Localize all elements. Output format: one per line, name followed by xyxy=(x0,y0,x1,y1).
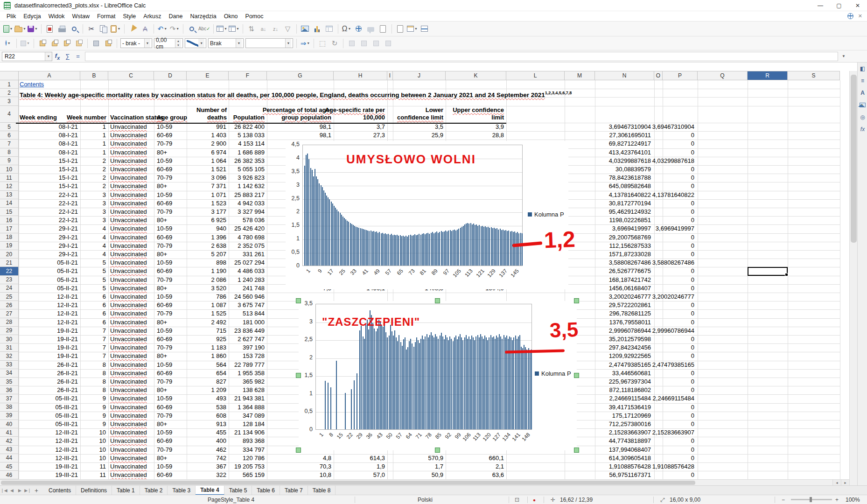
undo-button[interactable]: ↶▼ xyxy=(157,23,168,35)
edit-points-button[interactable]: ↻ xyxy=(329,38,340,49)
cell[interactable]: 397 190 xyxy=(97,343,265,352)
exit-group-button[interactable] xyxy=(383,38,394,49)
copy-button[interactable] xyxy=(98,23,109,35)
cell[interactable]: 5 055 105 xyxy=(97,165,265,174)
menu-edycja[interactable]: Edycja xyxy=(20,12,45,21)
cell[interactable]: 365 982 xyxy=(97,378,265,386)
insert-chart-button[interactable] xyxy=(312,23,323,35)
selection-handle[interactable] xyxy=(296,448,301,453)
print-button[interactable] xyxy=(56,23,68,35)
cell[interactable]: 331 261 xyxy=(97,250,265,259)
sum-button[interactable]: ∑ xyxy=(63,53,73,60)
selection-handle[interactable] xyxy=(435,448,440,453)
area-style-select[interactable]: Brak▼ xyxy=(208,38,244,48)
export-pdf-button[interactable] xyxy=(44,23,56,35)
bring-to-front-button[interactable] xyxy=(37,38,48,49)
freeze-panes-button[interactable]: ▼ xyxy=(407,23,418,35)
functions-icon[interactable]: fx xyxy=(858,123,867,135)
cell[interactable]: 3 675 747 xyxy=(97,301,265,309)
sheet-tab-table-2[interactable]: Table 2 xyxy=(140,486,168,495)
cell[interactable]: 0 xyxy=(526,131,694,140)
split-window-button[interactable] xyxy=(419,23,430,35)
cell[interactable]: 3,9 xyxy=(336,123,504,131)
pivot-table-button[interactable] xyxy=(324,23,335,35)
cell[interactable]: 3 327 994 xyxy=(97,208,265,216)
cell[interactable]: 181 000 xyxy=(97,318,265,327)
cell[interactable]: 4 486 033 xyxy=(97,267,265,275)
cell[interactable]: 1,91088576428 xyxy=(526,462,694,471)
function-wizard-button[interactable]: fx xyxy=(52,52,63,61)
vertical-scrollbar-thumb[interactable] xyxy=(851,75,857,243)
save-button[interactable]: ▼ xyxy=(27,23,38,35)
cell[interactable]: 2 627 747 xyxy=(97,335,265,343)
column-header-N[interactable]: N xyxy=(595,71,654,80)
transform-button[interactable]: ⬚ xyxy=(317,38,328,49)
insert-comment-button[interactable] xyxy=(365,23,377,35)
maximize-button[interactable]: ▢ xyxy=(830,0,848,11)
cell[interactable]: 0 xyxy=(526,454,694,462)
horizontal-scrollbar[interactable]: ◂ ▸ xyxy=(0,479,849,485)
cell[interactable]: 660,1 xyxy=(336,454,504,462)
selection-handle[interactable] xyxy=(574,448,579,453)
cell[interactable]: 4 780 698 xyxy=(97,233,265,242)
contents-link[interactable]: Contents xyxy=(20,80,44,89)
cell[interactable]: 3 926 823 xyxy=(97,174,265,182)
new-document-button[interactable]: ▼ xyxy=(2,23,14,35)
document-modified-icon[interactable]: ● xyxy=(533,495,536,504)
cell[interactable]: 347 089 xyxy=(97,412,265,420)
page-style-field[interactable]: PageStyle_Table 4 xyxy=(208,495,254,504)
cell[interactable]: 513 844 xyxy=(97,309,265,318)
close-button[interactable]: ✕ xyxy=(848,0,867,11)
cell[interactable]: 1 686 889 xyxy=(97,148,265,157)
cell[interactable]: 893 368 xyxy=(97,437,265,445)
group-button[interactable] xyxy=(346,38,357,49)
minimize-button[interactable]: — xyxy=(811,0,830,11)
cell[interactable]: 1 240 283 xyxy=(97,276,265,284)
sheet-tab-table-3[interactable]: Table 3 xyxy=(168,486,196,495)
zoom-slider[interactable] xyxy=(791,499,832,500)
forward-one-button[interactable] xyxy=(49,38,60,49)
special-character-button[interactable]: Ω▼ xyxy=(341,23,352,35)
cell[interactable]: 1 142 632 xyxy=(97,182,265,190)
row-header-2[interactable]: 2 xyxy=(0,89,19,97)
close-document-icon[interactable]: ✕ xyxy=(858,13,862,19)
navigator-icon[interactable]: ◎ xyxy=(858,111,867,123)
to-foreground-button[interactable] xyxy=(91,38,102,49)
cell[interactable]: 24 560 946 xyxy=(97,293,265,301)
vertical-scrollbar[interactable] xyxy=(849,71,857,485)
cell[interactable]: 3,20020246777 xyxy=(526,293,694,301)
properties-icon[interactable]: ≡ xyxy=(858,75,867,87)
spreadsheet-grid[interactable]: ABCDEFGHIJKLMNOPQRS 12345678910111213141… xyxy=(0,63,849,485)
cell[interactable]: 63,6 xyxy=(336,471,504,479)
cell[interactable]: 23 836 449 xyxy=(97,327,265,335)
menu-arkusz[interactable]: Arkusz xyxy=(140,12,165,21)
menu-plik[interactable]: Plik xyxy=(3,12,20,21)
cell[interactable]: 3,69467310904 xyxy=(526,123,694,131)
column-header-F[interactable]: F xyxy=(229,71,267,80)
column-header-S[interactable]: S xyxy=(788,71,840,80)
sheet-tab-table-7[interactable]: Table 7 xyxy=(280,486,308,495)
cell[interactable]: 28,8 xyxy=(336,131,504,140)
sheet-tab-table-8[interactable]: Table 8 xyxy=(308,486,336,495)
selection-handle[interactable] xyxy=(574,298,579,303)
language-icon[interactable] xyxy=(847,13,853,19)
column-header-K[interactable]: K xyxy=(446,71,506,80)
selection-handle[interactable] xyxy=(435,298,440,303)
cell[interactable]: 22 789 777 xyxy=(97,361,265,369)
column-header-I[interactable]: I xyxy=(387,71,393,80)
column-header-O[interactable]: O xyxy=(654,71,663,80)
ungroup-button[interactable] xyxy=(358,38,370,49)
column-header-R[interactable]: R xyxy=(748,71,788,80)
column-header-C[interactable]: C xyxy=(108,71,154,80)
name-box[interactable]: R22 ▼ xyxy=(2,52,52,61)
equals-button[interactable]: = xyxy=(73,53,83,60)
first-sheet-icon[interactable]: ❘◀ xyxy=(0,488,8,493)
align-objects-button[interactable]: ▼ xyxy=(20,38,31,49)
menu-wstaw[interactable]: Wstaw xyxy=(68,12,93,21)
clone-formatting-button[interactable] xyxy=(127,23,139,35)
clear-formatting-button[interactable]: A xyxy=(140,23,151,35)
formula-input[interactable] xyxy=(85,52,838,61)
line-style-select[interactable]: - brak -▼ xyxy=(120,38,152,48)
cell[interactable]: 128 184 xyxy=(97,420,265,428)
next-sheet-icon[interactable]: ▶ xyxy=(16,488,24,493)
